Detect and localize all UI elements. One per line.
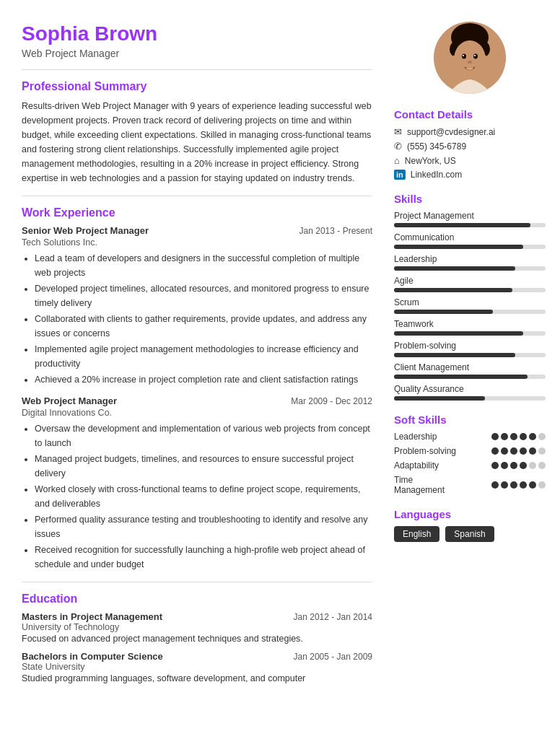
bullet: Lead a team of developers and designers … [35,251,372,280]
job-2: Web Project Manager Mar 2009 - Dec 2012 … [22,395,372,572]
skill-1-bar-fill [394,223,530,227]
job-1-title: Senior Web Project Manager [22,225,149,236]
skill-4-bar-bg [394,288,546,292]
job-1-bullets: Lead a team of developers and designers … [22,251,372,387]
contact-section: Contact Details ✉ support@cvdesigner.ai … [394,108,546,180]
bullet: Oversaw the development and implementati… [35,421,372,450]
edu-2-header: Bachelors in Computer Science Jan 2005 -… [22,651,372,662]
bullet: Implemented agile project management met… [35,342,372,371]
skill-1-name: Project Management [394,211,546,221]
contact-email-text: support@cvdesigner.ai [407,127,495,137]
divider-3 [22,582,372,582]
dot [520,462,527,469]
skill-2-name: Communication [394,232,546,242]
edu-1: Masters in Project Management Jan 2012 -… [22,611,372,644]
contact-linkedin-text: LinkedIn.com [411,170,462,180]
soft-skill-4-name: TimeManagement [394,475,445,495]
dot [501,481,508,489]
skill-3-bar-bg [394,266,546,271]
bullet: Collaborated with clients to gather requ… [35,312,372,341]
dot [510,447,517,455]
dot [501,433,508,440]
divider-2 [22,196,372,196]
edu-2-school: State University [22,662,372,672]
edu-1-school: University of Technology [22,622,372,632]
dot [529,462,536,469]
name-block: Sophia Brown Web Project Manager [22,22,372,59]
edu-2-degree: Bachelors in Computer Science [22,651,163,662]
education-title: Education [22,592,372,605]
soft-skill-2-name: Problem-solving [394,446,456,456]
edu-1-desc: Focused on advanced project management t… [22,634,372,644]
job-1-company: Tech Solutions Inc. [22,237,372,248]
dot [520,447,527,455]
skill-5-bar-fill [394,310,493,314]
soft-skill-4-dots [491,481,546,489]
soft-skill-3-name: Adaptability [394,460,439,471]
skill-2-bar-bg [394,245,546,249]
soft-skill-1: Leadership [394,432,546,442]
edu-2: Bachelors in Computer Science Jan 2005 -… [22,651,372,683]
contact-phone-text: (555) 345-6789 [407,141,466,152]
languages-title: Languages [394,508,546,520]
job-1-header: Senior Web Project Manager Jan 2013 - Pr… [22,225,372,236]
skill-4: Agile [394,276,546,292]
soft-skill-1-name: Leadership [394,432,437,442]
contact-linkedin: in LinkedIn.com [394,170,546,180]
dot [529,447,536,455]
lang-english: English [394,526,439,542]
skill-3-name: Leadership [394,254,546,264]
soft-skill-3: Adaptability [394,460,546,471]
dot [501,447,508,455]
dot [501,462,508,469]
contact-location: ⌂ NewYork, US [394,155,546,166]
skill-3-bar-fill [394,266,515,271]
contact-title: Contact Details [394,108,546,121]
job-2-header: Web Project Manager Mar 2009 - Dec 2012 [22,395,372,406]
resume-page: Sophia Brown Web Project Manager Profess… [0,0,560,739]
job-1: Senior Web Project Manager Jan 2013 - Pr… [22,225,372,387]
dot [538,481,546,489]
skill-6: Teamwork [394,319,546,336]
svg-point-7 [474,55,476,56]
skill-1: Project Management [394,211,546,227]
skill-1-bar-bg [394,223,546,227]
dot [491,447,499,455]
bullet: Worked closely with cross-functional tea… [35,482,372,511]
dot [510,481,517,489]
dot [520,433,527,440]
soft-skill-4: TimeManagement [394,475,546,495]
skill-9-bar-bg [394,396,546,401]
skill-7-bar-fill [394,353,515,357]
dot [538,447,546,455]
skills-title: Skills [394,193,546,205]
soft-skill-3-dots [491,462,546,469]
dot [538,462,546,469]
job-2-bullets: Oversaw the development and implementati… [22,421,372,572]
skill-9-name: Quality Assurance [394,384,546,394]
right-column: Contact Details ✉ support@cvdesigner.ai … [394,22,546,717]
dot [510,462,517,469]
languages-section: Languages English Spanish [394,508,546,542]
job-title: Web Project Manager [22,48,372,59]
contact-phone: ✆ (555) 345-6789 [394,141,546,152]
dot [538,433,546,440]
bullet: Achieved a 20% increase in project compl… [35,372,372,387]
email-icon: ✉ [394,126,402,137]
skill-4-bar-fill [394,288,512,292]
skills-section: Skills Project Management Communication … [394,193,546,401]
bullet: Received recognition for successfully la… [35,543,372,572]
avatar [434,22,506,94]
edu-2-dates: Jan 2005 - Jan 2009 [294,652,372,662]
svg-point-5 [473,54,478,59]
contact-location-text: NewYork, US [405,156,456,166]
phone-icon: ✆ [394,141,402,152]
skill-9: Quality Assurance [394,384,546,401]
language-tags: English Spanish [394,526,546,542]
skill-5-name: Scrum [394,297,546,307]
job-1-dates: Jan 2013 - Present [299,226,372,236]
summary-title: Professional Summary [22,80,372,93]
skill-7: Problem-solving [394,341,546,357]
skill-4-name: Agile [394,276,546,286]
job-2-title: Web Project Manager [22,395,117,406]
